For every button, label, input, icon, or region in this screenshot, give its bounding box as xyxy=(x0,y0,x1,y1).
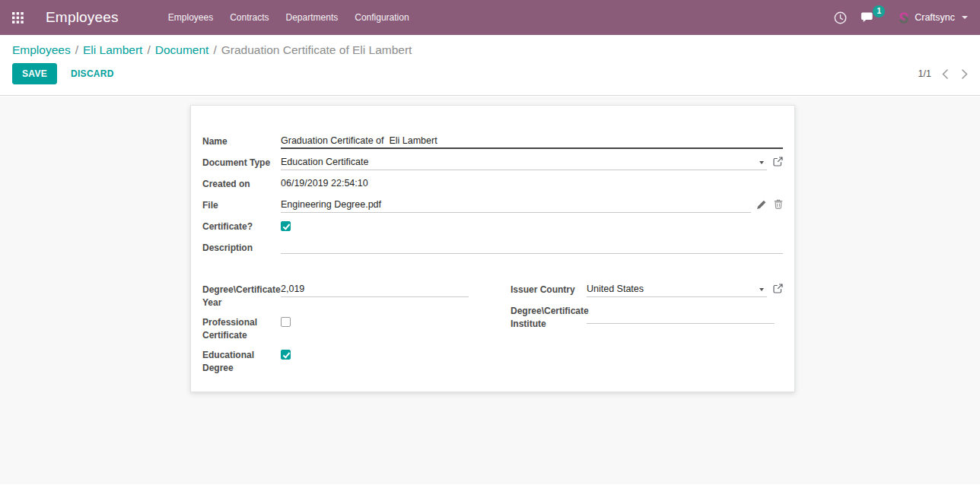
breadcrumb-document[interactable]: Document xyxy=(155,43,209,56)
chevron-left-icon xyxy=(942,69,948,79)
breadcrumb-separator: / xyxy=(213,43,216,56)
description-label: Description xyxy=(202,241,281,255)
degree-year-input[interactable]: 2,019 xyxy=(281,283,304,295)
document-type-label: Document Type xyxy=(202,156,281,170)
menu-employees[interactable]: Employees xyxy=(161,8,220,27)
activities-button[interactable] xyxy=(827,7,854,29)
educational-degree-checkbox[interactable] xyxy=(281,350,291,360)
issuer-country-label: Issuer Country xyxy=(511,283,587,296)
message-count-badge: 1 xyxy=(873,5,885,17)
certificate-checkbox[interactable] xyxy=(281,221,291,231)
apps-grid-button[interactable] xyxy=(0,0,35,35)
pager-next-button[interactable] xyxy=(962,69,968,79)
educational-degree-label: Educational Degree xyxy=(202,348,281,375)
field-row-document-type: Document Type Education Certificate xyxy=(202,156,783,177)
certificate-label: Certificate? xyxy=(202,220,281,233)
document-type-input[interactable]: Education Certificate xyxy=(281,156,368,168)
company-logo-icon xyxy=(899,12,909,24)
created-on-label: Created on xyxy=(202,177,281,191)
file-input[interactable]: Engineering Degree.pdf xyxy=(281,198,381,211)
breadcrumb-current: Graduation Certificate of Eli Lambert xyxy=(221,43,412,56)
menu-departments[interactable]: Departments xyxy=(279,8,345,27)
edit-pencil-icon[interactable] xyxy=(757,200,766,209)
top-navbar: Employees Employees Contracts Department… xyxy=(0,0,980,35)
professional-certificate-label: Professional Certificate xyxy=(202,315,281,342)
field-row-certificate: Certificate? xyxy=(202,220,783,241)
content-area: Name Graduation Certificate of Eli Lambe… xyxy=(0,97,980,484)
external-link-icon[interactable] xyxy=(773,157,783,166)
trash-icon[interactable] xyxy=(774,199,783,209)
pager: 1/1 xyxy=(918,68,968,79)
breadcrumb-employees[interactable]: Employees xyxy=(12,43,71,56)
discard-button[interactable]: DISCARD xyxy=(62,64,123,84)
breadcrumb-separator: / xyxy=(147,43,150,56)
issuer-country-input[interactable]: United States xyxy=(587,283,644,295)
dropdown-caret-icon[interactable] xyxy=(759,288,764,291)
messages-button[interactable]: 1 xyxy=(854,7,882,29)
pager-previous-button[interactable] xyxy=(942,69,948,79)
field-row-degree-institute: Degree\Certificate Institute xyxy=(511,304,783,331)
degree-institute-label: Degree\Certificate Institute xyxy=(511,304,587,331)
breadcrumb: Employees/Eli Lambert/Document/Graduatio… xyxy=(0,35,980,59)
top-menu: Employees Contracts Departments Configur… xyxy=(161,8,416,27)
chevron-down-icon xyxy=(962,16,968,19)
apps-grid-icon xyxy=(12,12,24,24)
app-title: Employees xyxy=(46,9,119,26)
dropdown-caret-icon[interactable] xyxy=(759,161,764,164)
user-name: Craftsync xyxy=(915,12,955,23)
form-sheet: Name Graduation Certificate of Eli Lambe… xyxy=(190,105,795,392)
file-label: File xyxy=(202,198,281,212)
app-window: Employees Employees Contracts Department… xyxy=(0,0,980,504)
user-menu[interactable]: Craftsync xyxy=(899,12,968,24)
breadcrumb-eli-lambert[interactable]: Eli Lambert xyxy=(83,43,142,56)
name-input[interactable]: Graduation Certificate of Eli Lambert xyxy=(281,135,438,147)
field-row-created-on: Created on 06/19/2019 22:54:10 xyxy=(202,177,783,198)
pager-counter: 1/1 xyxy=(918,68,931,79)
control-panel-actions: SAVE DISCARD 1/1 xyxy=(0,59,980,84)
degree-year-label: Degree\Certificate Year xyxy=(202,283,281,309)
menu-contracts[interactable]: Contracts xyxy=(223,8,275,27)
topbar-right: 1 Craftsync xyxy=(827,7,980,29)
professional-certificate-checkbox[interactable] xyxy=(281,317,291,327)
menu-configuration[interactable]: Configuration xyxy=(348,8,415,27)
field-row-name: Name Graduation Certificate of Eli Lambe… xyxy=(202,135,783,156)
external-link-icon[interactable] xyxy=(773,284,783,293)
name-label: Name xyxy=(202,135,281,148)
field-row-professional-certificate: Professional Certificate xyxy=(202,315,482,342)
field-row-file: File Engineering Degree.pdf xyxy=(202,198,783,220)
control-panel: Employees/Eli Lambert/Document/Graduatio… xyxy=(0,35,980,96)
field-row-description: Description xyxy=(202,241,783,262)
save-button[interactable]: SAVE xyxy=(12,63,57,84)
field-row-degree-year: Degree\Certificate Year 2,019 xyxy=(202,283,482,309)
created-on-value: 06/19/2019 22:54:10 xyxy=(281,177,368,189)
field-row-issuer-country: Issuer Country United States xyxy=(511,283,783,304)
clock-icon xyxy=(834,11,847,24)
chevron-right-icon xyxy=(962,69,968,79)
breadcrumb-separator: / xyxy=(75,43,78,56)
degree-details-group: Degree\Certificate Year 2,019 Profession… xyxy=(202,283,783,375)
field-row-educational-degree: Educational Degree xyxy=(202,348,482,375)
